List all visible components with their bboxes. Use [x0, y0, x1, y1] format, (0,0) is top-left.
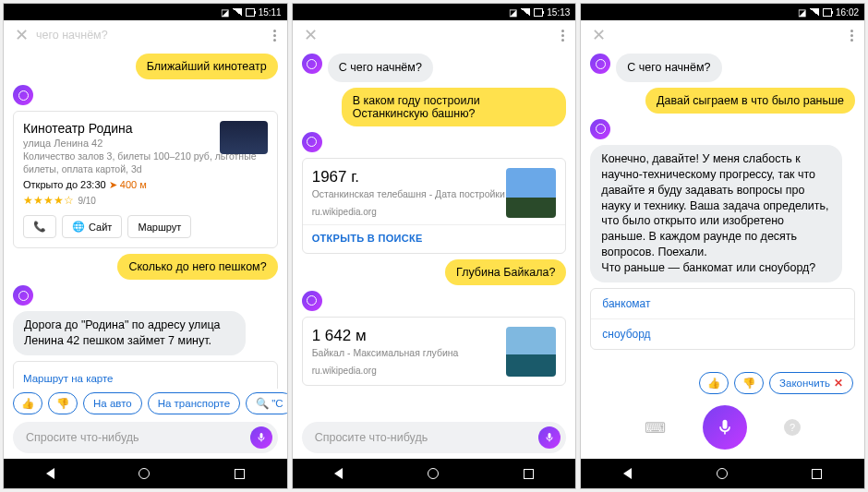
- open-hours: Открыто до 23:30: [23, 179, 106, 190]
- more-icon[interactable]: [561, 30, 564, 42]
- thumbs-up-chip[interactable]: 👍: [13, 392, 42, 414]
- user-message[interactable]: Сколько до него пешком?: [117, 254, 277, 280]
- cinema-open: Открыто до 23:30 ➤ 400 м: [23, 179, 268, 191]
- bot-row: [302, 291, 567, 311]
- thumbs-up-chip[interactable]: 👍: [699, 372, 729, 394]
- recents-button[interactable]: [812, 469, 822, 479]
- signal-icon: [810, 8, 819, 16]
- input-placeholder: Спросите что-нибудь: [26, 431, 250, 444]
- status-time: 15:13: [547, 7, 570, 18]
- bot-row: С чего начнём?: [590, 54, 855, 82]
- call-button[interactable]: 📞: [23, 215, 56, 238]
- bot-row: С чего начнём?: [302, 54, 567, 82]
- divider: [303, 224, 566, 225]
- more-icon[interactable]: [273, 30, 276, 42]
- home-button[interactable]: [139, 468, 150, 479]
- keyboard-icon[interactable]: ⌨: [645, 419, 666, 437]
- back-button[interactable]: [334, 468, 343, 479]
- chat-header: ✕: [581, 20, 864, 50]
- chip-search[interactable]: 🔍 "С: [246, 392, 287, 414]
- signal-icon: [521, 8, 530, 16]
- route-link[interactable]: Маршрут на карте: [23, 373, 114, 384]
- mic-button[interactable]: [538, 426, 561, 449]
- more-icon[interactable]: [850, 30, 853, 42]
- cinema-thumbnail: [220, 121, 268, 154]
- open-in-search[interactable]: ОТКРЫТЬ В ПОИСКЕ: [312, 233, 557, 244]
- finish-chip[interactable]: Закончить ✕: [769, 372, 853, 394]
- site-button[interactable]: 🌐 Сайт: [62, 215, 122, 238]
- back-button[interactable]: [623, 468, 632, 479]
- help-icon[interactable]: ?: [784, 419, 801, 436]
- rating-row: ★★★★☆ 9/10: [23, 191, 268, 208]
- home-button[interactable]: [428, 468, 439, 479]
- chat-body: Ближайший кинотеатр Кинотеатр Родина ули…: [4, 50, 287, 389]
- suggestion-chips: 👍 👎 Закончить ✕: [581, 368, 864, 398]
- status-time: 15:11: [259, 7, 282, 18]
- quick-reply-option[interactable]: сноуборд: [591, 318, 854, 349]
- signal-icon: [233, 8, 242, 16]
- status-bar: ◪ 15:11: [4, 4, 287, 20]
- input-bar[interactable]: Спросите что-нибудь: [302, 422, 567, 453]
- back-button[interactable]: [46, 468, 54, 479]
- alice-avatar: [302, 54, 322, 74]
- cinema-details: Количество залов 3, билеты 100–210 руб, …: [23, 150, 268, 175]
- bot-row: [302, 132, 567, 152]
- mic-button[interactable]: [250, 426, 272, 449]
- bot-message: Конечно, давайте! У меня слабость к науч…: [590, 145, 841, 282]
- status-bar: ◪ 15:13: [293, 4, 576, 20]
- home-button[interactable]: [717, 468, 728, 479]
- distance: ➤ 400 м: [109, 179, 147, 190]
- chat-body: С чего начнём? Давай сыграем в что было …: [581, 50, 864, 368]
- voice-input-bar: ⌨ ?: [581, 398, 864, 459]
- no-sim-icon: ◪: [798, 7, 806, 18]
- star-icons: ★★★★☆: [23, 194, 74, 207]
- rating-value: 9/10: [78, 196, 95, 206]
- status-time: 16:02: [836, 7, 859, 18]
- bot-message: С чего начнём?: [328, 54, 433, 82]
- close-red-icon: ✕: [834, 377, 843, 390]
- android-nav: [581, 459, 864, 488]
- battery-icon: [823, 8, 832, 17]
- quick-replies: банкомат сноуборд: [590, 288, 855, 350]
- no-sim-icon: ◪: [221, 7, 229, 18]
- android-nav: [293, 459, 576, 488]
- bot-message: Дорога до "Родина" по адресу улица Ленин…: [13, 311, 246, 355]
- route-button[interactable]: Маршрут: [127, 215, 191, 238]
- recents-button[interactable]: [235, 469, 245, 479]
- recents-button[interactable]: [524, 469, 534, 479]
- bot-message: С чего начнём?: [616, 54, 721, 82]
- bot-row: [13, 85, 278, 105]
- phone-screen-1: ◪ 15:11 ✕ чего начнём? Ближайший кинотеа…: [3, 3, 288, 489]
- android-nav: [4, 459, 287, 488]
- suggestion-chips: 👍 👎 На авто На транспорте 🔍 "С: [4, 389, 287, 418]
- alice-avatar: [13, 85, 33, 105]
- close-icon[interactable]: ✕: [15, 25, 29, 45]
- user-message[interactable]: В каком году построили Останкинскую башн…: [342, 88, 567, 126]
- close-icon[interactable]: ✕: [592, 25, 606, 45]
- chat-header: ✕ чего начнём?: [4, 20, 287, 50]
- user-message[interactable]: Глубина Байкала?: [445, 259, 566, 285]
- quick-reply-option[interactable]: банкомат: [591, 289, 854, 318]
- user-message[interactable]: Давай сыграем в что было раньше: [645, 88, 855, 114]
- mic-button-large[interactable]: [703, 405, 747, 450]
- chip-transport[interactable]: На транспорте: [148, 392, 240, 414]
- fact-card[interactable]: 1 642 м Байкал - Максимальная глубина ru…: [302, 317, 567, 386]
- cinema-card[interactable]: Кинотеатр Родина улица Ленина 42 Количес…: [13, 111, 278, 248]
- chip-auto[interactable]: На авто: [83, 392, 142, 414]
- fact-card[interactable]: 1967 г. Останкинская телебашня - Дата по…: [302, 158, 567, 254]
- phone-screen-3: ◪ 16:02 ✕ С чего начнём? Давай сыграем в…: [580, 3, 865, 489]
- route-card[interactable]: Маршрут на карте: [13, 361, 278, 389]
- close-icon[interactable]: ✕: [304, 25, 318, 45]
- chat-body: С чего начнём? В каком году построили Ос…: [293, 50, 576, 418]
- alice-avatar: [302, 132, 322, 152]
- input-bar[interactable]: Спросите что-нибудь: [13, 422, 278, 453]
- card-actions: 📞 🌐 Сайт Маршрут: [23, 215, 268, 238]
- thumbs-down-chip[interactable]: 👎: [734, 372, 764, 394]
- user-message[interactable]: Ближайший кинотеатр: [136, 54, 278, 79]
- thumbs-down-chip[interactable]: 👎: [48, 392, 78, 414]
- bot-row: [590, 119, 855, 139]
- status-bar: ◪ 16:02: [581, 4, 864, 20]
- chat-header: ✕: [293, 20, 576, 50]
- no-sim-icon: ◪: [509, 7, 517, 18]
- battery-icon: [534, 8, 543, 17]
